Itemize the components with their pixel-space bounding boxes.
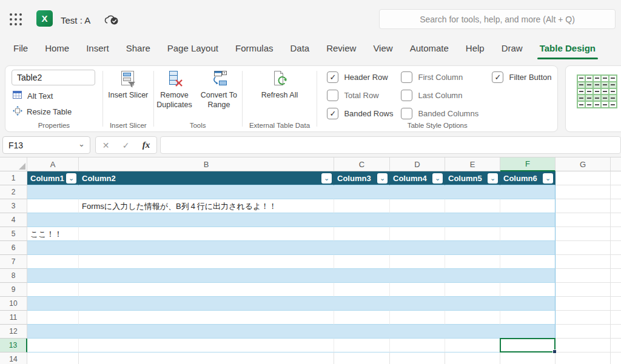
- cell-g1[interactable]: [556, 171, 611, 185]
- checkbox-header-row[interactable]: ✓Header Row: [327, 71, 388, 83]
- cell-b5[interactable]: [79, 227, 334, 241]
- cell-a6[interactable]: [27, 241, 79, 255]
- row-header-14[interactable]: 14: [0, 352, 27, 364]
- remove-duplicates-button[interactable]: Remove Duplicates: [154, 68, 195, 110]
- cell-c2[interactable]: [334, 185, 390, 199]
- cell-g7[interactable]: [556, 255, 611, 269]
- cell-e14[interactable]: [445, 352, 500, 364]
- document-title[interactable]: Test : A: [61, 15, 90, 25]
- cell-d3[interactable]: [390, 199, 445, 213]
- cell-d13[interactable]: [390, 339, 445, 352]
- checkbox-box-total-row[interactable]: [327, 90, 338, 101]
- tab-file[interactable]: File: [5, 38, 36, 61]
- tab-help[interactable]: Help: [457, 38, 493, 61]
- row-header-7[interactable]: 7: [0, 255, 27, 269]
- tab-share[interactable]: Share: [118, 38, 159, 61]
- select-all-corner[interactable]: [0, 157, 27, 171]
- cell-g10[interactable]: [556, 297, 611, 311]
- cell-a1[interactable]: Column1⌄: [27, 171, 79, 185]
- cell-e9[interactable]: [445, 283, 500, 297]
- tab-view[interactable]: View: [364, 38, 401, 61]
- row-header-5[interactable]: 5: [0, 227, 27, 241]
- column-header-c[interactable]: C: [334, 157, 390, 171]
- cell-f11[interactable]: [500, 311, 556, 325]
- cell-a9[interactable]: [27, 283, 79, 297]
- tab-data[interactable]: Data: [282, 38, 318, 61]
- filter-button-column4[interactable]: ⌄: [432, 173, 443, 184]
- cell-d14[interactable]: [390, 352, 445, 364]
- checkbox-box-first-column[interactable]: [401, 71, 412, 83]
- cell-a2[interactable]: [27, 185, 79, 199]
- cell-c7[interactable]: [334, 255, 390, 269]
- cell-c4[interactable]: [334, 213, 390, 227]
- cell-b12[interactable]: [79, 325, 334, 339]
- cell-a5[interactable]: [27, 227, 79, 241]
- cell-f5[interactable]: [500, 227, 556, 241]
- name-box-chevron-icon[interactable]: ⌄: [78, 139, 85, 148]
- cell-b13[interactable]: [79, 339, 334, 352]
- cell-d1[interactable]: Column4⌄: [390, 171, 445, 185]
- cell-b2[interactable]: [79, 185, 334, 199]
- cell-a11[interactable]: [27, 311, 79, 325]
- cell-h8[interactable]: [611, 269, 621, 283]
- tab-draw[interactable]: Draw: [493, 38, 531, 61]
- row-header-8[interactable]: 8: [0, 269, 27, 283]
- cell-f2[interactable]: [500, 185, 556, 199]
- cell-c11[interactable]: [334, 311, 390, 325]
- checkbox-total-row[interactable]: Total Row: [327, 90, 378, 101]
- alt-text-button[interactable]: Alt Text: [13, 91, 53, 101]
- cell-d10[interactable]: [390, 297, 445, 311]
- column-header-a[interactable]: A: [27, 157, 79, 171]
- cell-d9[interactable]: [390, 283, 445, 297]
- cell-e3[interactable]: [445, 199, 500, 213]
- cell-d11[interactable]: [390, 311, 445, 325]
- row-header-10[interactable]: 10: [0, 297, 27, 311]
- cell-c9[interactable]: [334, 283, 390, 297]
- cell-g14[interactable]: [556, 352, 611, 364]
- row-header-11[interactable]: 11: [0, 311, 27, 325]
- checkbox-first-column[interactable]: First Column: [401, 71, 463, 83]
- formula-input[interactable]: [160, 136, 621, 154]
- column-header-b[interactable]: B: [79, 157, 334, 171]
- cell-a14[interactable]: [27, 352, 79, 364]
- cell-d12[interactable]: [390, 325, 445, 339]
- cell-g3[interactable]: [556, 199, 611, 213]
- cell-a8[interactable]: [27, 269, 79, 283]
- checkbox-last-column[interactable]: Last Column: [401, 90, 462, 101]
- column-header-e[interactable]: E: [445, 157, 500, 171]
- tab-page-layout[interactable]: Page Layout: [159, 38, 227, 61]
- cell-h14[interactable]: [611, 352, 621, 364]
- cell-e6[interactable]: [445, 241, 500, 255]
- cell-g6[interactable]: [556, 241, 611, 255]
- tab-table-design[interactable]: Table Design: [531, 38, 604, 61]
- cell-g12[interactable]: [556, 325, 611, 339]
- cell-e7[interactable]: [445, 255, 500, 269]
- checkbox-box-banded-columns[interactable]: [401, 108, 412, 119]
- filter-button-column5[interactable]: ⌄: [488, 173, 498, 184]
- row-header-2[interactable]: 2: [0, 185, 27, 199]
- cell-g5[interactable]: [556, 227, 611, 241]
- cell-h12[interactable]: [611, 325, 621, 339]
- cell-e11[interactable]: [445, 311, 500, 325]
- checkbox-box-last-column[interactable]: [401, 90, 412, 101]
- cell-d5[interactable]: [390, 227, 445, 241]
- cell-d8[interactable]: [390, 269, 445, 283]
- cell-a7[interactable]: [27, 255, 79, 269]
- cell-c6[interactable]: [334, 241, 390, 255]
- cell-f13[interactable]: [500, 339, 556, 352]
- tab-formulas[interactable]: Formulas: [227, 38, 282, 61]
- table-style-swatch[interactable]: [577, 74, 617, 108]
- cell-h7[interactable]: [611, 255, 621, 269]
- cell-e5[interactable]: [445, 227, 500, 241]
- cell-c8[interactable]: [334, 269, 390, 283]
- column-header-f[interactable]: F: [500, 157, 556, 171]
- enter-icon[interactable]: ✓: [123, 141, 130, 150]
- column-header-d[interactable]: D: [390, 157, 445, 171]
- cell-f8[interactable]: [500, 269, 556, 283]
- cell-f4[interactable]: [500, 213, 556, 227]
- name-box-input[interactable]: [3, 137, 75, 153]
- cell-b9[interactable]: [79, 283, 334, 297]
- tab-home[interactable]: Home: [36, 38, 78, 61]
- filter-button-column2[interactable]: ⌄: [321, 173, 332, 184]
- table-name-input[interactable]: [12, 70, 95, 85]
